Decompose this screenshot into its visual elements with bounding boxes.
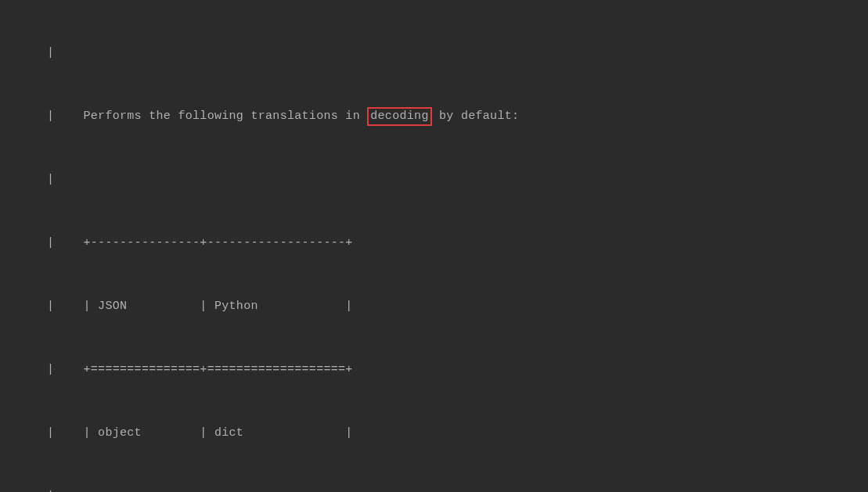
doc-line: |	[0, 169, 868, 190]
doc-line: | +---------------+-------------------+	[0, 232, 868, 253]
doc-line: |	[0, 42, 868, 63]
doc-line: | | object | dict |	[0, 422, 868, 444]
doc-line: | +---------------+-------------------+	[0, 486, 868, 492]
doc-line-intro: | Performs the following translations in…	[0, 106, 868, 127]
doc-line: | +===============+===================+	[0, 359, 868, 380]
search-highlight: decoding	[367, 107, 431, 126]
doc-line: | | JSON | Python |	[0, 296, 868, 317]
code-editor[interactable]: | | Performs the following translations …	[0, 0, 868, 492]
intro-prefix: | Performs the following translations in	[47, 110, 367, 123]
intro-suffix: by default:	[432, 110, 520, 123]
